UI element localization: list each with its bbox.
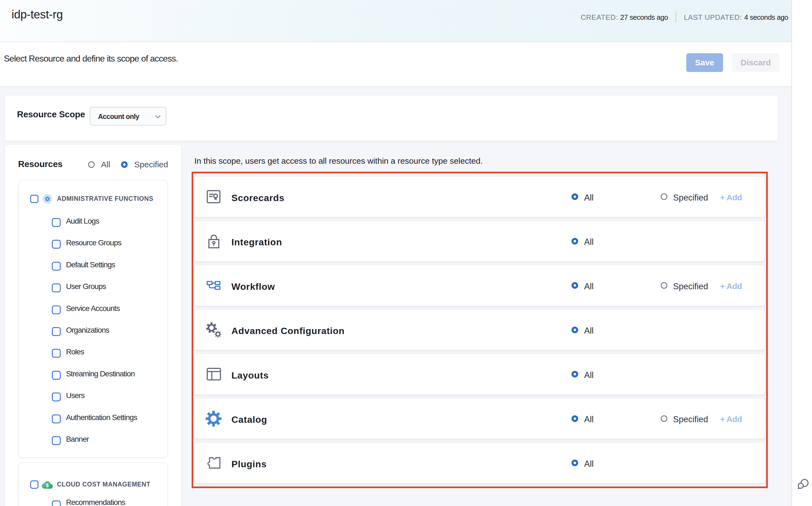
svg-text:$: $ bbox=[46, 482, 49, 488]
